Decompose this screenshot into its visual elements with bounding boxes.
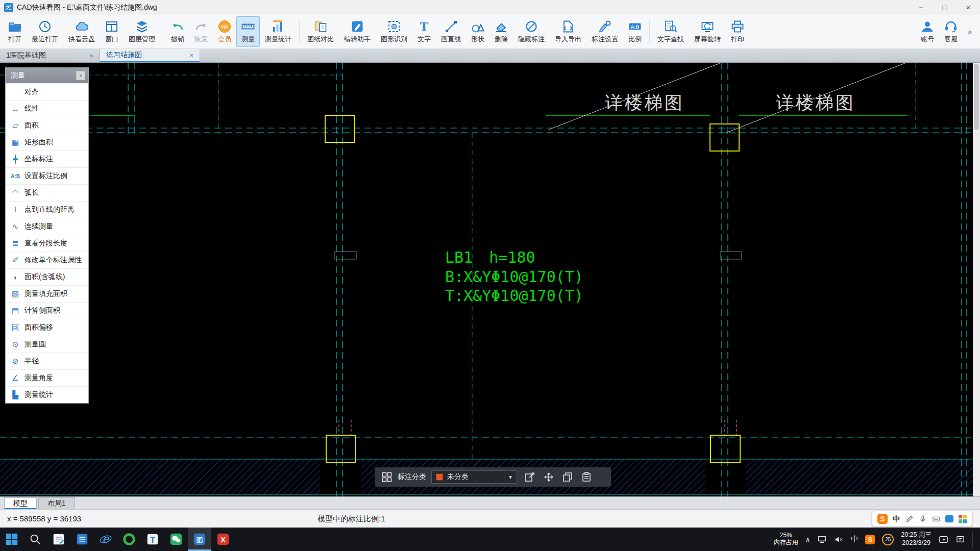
memory-usage-indicator[interactable]: 25% 内存占用 (774, 532, 798, 546)
measure-item-area-with-arc[interactable]: ◗面积(含弧线) (6, 268, 88, 285)
taskbar-app-blue[interactable] (70, 528, 94, 551)
toolbar-vip[interactable]: VIP 会员 (213, 16, 236, 47)
notification-icon[interactable] (955, 535, 965, 544)
toolbar-ratio[interactable]: A:B 比例 (623, 16, 647, 47)
paste-icon[interactable] (581, 471, 592, 483)
move-icon[interactable] (543, 471, 554, 483)
toolbar-shape[interactable]: 形状 (466, 16, 489, 47)
toolbar-hide-annotation[interactable]: 隐藏标注 (513, 16, 550, 47)
measure-item-fill-area[interactable]: ▨测量填充面积 (6, 285, 88, 302)
measure-item-linear[interactable]: ↔线性 (6, 100, 88, 117)
drawing-canvas[interactable]: LB1 h=180 B:X&YΦ10@170(T) T:X&YΦ10@170(T… (0, 63, 980, 496)
ime-toolbox-icon[interactable] (959, 515, 967, 523)
microphone-icon[interactable] (919, 515, 927, 523)
taskbar-app-wechat[interactable] (164, 528, 188, 551)
toolbar-undo[interactable]: 撤销 (166, 16, 189, 47)
measure-item-segment-length[interactable]: ≣查看分段长度 (6, 235, 88, 252)
sogou-logo-icon[interactable]: S (877, 514, 888, 524)
tray-language-indicator[interactable]: 中 (851, 535, 858, 544)
sheet-tab-model[interactable]: 模型 (4, 497, 37, 509)
toolbar-find-text[interactable]: 文字查找 (652, 16, 689, 47)
doc-tab-hospital[interactable]: 1医院基础图 × (0, 49, 100, 62)
keyboard-icon[interactable] (932, 515, 940, 523)
canvas-scrollbar[interactable] (973, 63, 980, 496)
toolbar-redo-label: 恢复 (194, 35, 208, 44)
toolbar-account[interactable]: 账号 (916, 16, 939, 47)
toolbar-service[interactable]: 客服 (939, 16, 963, 47)
toolbar-recent[interactable]: 最近打开 (27, 16, 63, 47)
toolbar-annotation-settings[interactable]: 标注设置 (586, 16, 623, 47)
toolbar-overflow-button[interactable]: » (963, 28, 977, 36)
measure-item-continuous[interactable]: ∿连续测量 (6, 218, 88, 235)
taskbar-app-ie[interactable]: e (94, 528, 117, 551)
toolbar-recognize[interactable]: 图形识别 (376, 16, 412, 47)
measure-item-point-to-line[interactable]: ⊥点到直线的距离 (6, 201, 88, 218)
ime-language-indicator[interactable]: 中 (893, 514, 900, 524)
ime-skin-icon[interactable] (945, 515, 953, 522)
doc-tab-practice[interactable]: 练习结施图 × (100, 49, 200, 62)
category-dropdown[interactable]: 未分类 ▼ (431, 470, 517, 484)
close-button[interactable]: × (957, 0, 980, 15)
taskbar-app-red-x[interactable]: X (211, 528, 235, 551)
maximize-button[interactable]: □ (933, 0, 957, 15)
measure-item-edit-annotation[interactable]: ✐修改单个标注属性 (6, 252, 88, 268)
chevron-down-icon[interactable]: ▼ (504, 471, 517, 483)
toolbar-measure-stats[interactable]: 测量统计 (260, 16, 297, 47)
cad-drawing[interactable]: LB1 h=180 B:X&YΦ10@170(T) T:X&YΦ10@170(T… (0, 63, 980, 496)
measure-item-area[interactable]: ▱面积 (6, 117, 88, 134)
copy-icon[interactable] (562, 471, 573, 483)
tab-close-icon[interactable]: × (189, 52, 193, 59)
toolbar-print[interactable]: 打印 (726, 16, 749, 47)
svg-text:T: T (420, 20, 429, 33)
show-desktop-divider[interactable] (972, 532, 973, 547)
toolbar-delete[interactable]: 删除 (489, 16, 513, 47)
toolbar-text[interactable]: T 文字 (412, 16, 436, 47)
tray-sogou-icon[interactable]: S (865, 535, 875, 544)
video-player-icon[interactable] (939, 535, 948, 544)
category-grid-icon[interactable] (381, 471, 393, 483)
panel-close-icon[interactable]: × (76, 71, 85, 80)
toolbar-edit-assistant[interactable]: 编辑助手 (339, 16, 376, 47)
toolbar-rotate-screen[interactable]: 屏幕旋转 (689, 16, 726, 47)
taskbar-app-notes[interactable] (47, 528, 70, 551)
measure-item-label: 对齐 (24, 87, 39, 96)
measure-item-statistics[interactable]: ▙测量统计 (6, 386, 88, 403)
measure-item-circle[interactable]: ⊙测量圆 (6, 336, 88, 353)
toolbar-layers[interactable]: 图层管理 (124, 16, 160, 47)
measure-item-coordinate[interactable]: ╋坐标标注 (6, 151, 88, 167)
measure-item-arc-length[interactable]: ◠弧长 (6, 184, 88, 201)
toolbar-window[interactable]: 窗口 (100, 16, 124, 47)
start-button[interactable] (0, 528, 23, 551)
coordinate-icon: ╋ (10, 155, 21, 164)
measure-item-side-area[interactable]: ▤计算侧面积 (6, 302, 88, 319)
tray-badge-25[interactable]: 25 (882, 534, 894, 545)
measure-item-align[interactable]: 对齐 (6, 83, 88, 100)
measure-item-scale-setting[interactable]: A:B设置标注比例 (6, 167, 88, 184)
scrollbar-thumb[interactable] (974, 64, 979, 130)
measure-item-radius[interactable]: ⊘半径 (6, 353, 88, 369)
toolbar-import-export[interactable]: 导入导出 (550, 16, 586, 47)
tray-chevron-up-icon[interactable]: ∧ (805, 536, 811, 543)
taskbar-app-cad-viewer[interactable]: 图 (188, 528, 211, 551)
minimize-button[interactable]: − (910, 0, 933, 15)
toolbar-cloud[interactable]: 快看云盘 (63, 16, 100, 47)
taskbar-clock[interactable]: 20:25 周三 2023/3/29 (901, 531, 932, 547)
tab-close-icon[interactable]: × (89, 52, 93, 60)
volume-muted-icon[interactable] (834, 535, 844, 544)
toolbar-open[interactable]: 打开 (3, 16, 27, 47)
network-icon[interactable] (817, 535, 827, 544)
measure-item-area-offset[interactable]: 回面积偏移 (6, 319, 88, 336)
taskbar-search-icon[interactable] (23, 528, 47, 551)
measure-item-angle[interactable]: ∠测量角度 (6, 369, 88, 386)
taskbar-app-360[interactable] (117, 528, 141, 551)
toolbar-compare[interactable]: 图纸对比 (302, 16, 339, 47)
toolbar-measure[interactable]: 测量 (236, 16, 260, 47)
pen-icon[interactable] (905, 515, 914, 523)
annotate-edit-icon[interactable] (524, 471, 535, 483)
taskbar-app-tdoc[interactable]: T (141, 528, 164, 551)
doc-tab-label: 1医院基础图 (6, 51, 46, 60)
sheet-tab-layout1[interactable]: 布局1 (38, 497, 75, 509)
toolbar-redo[interactable]: 恢复 (189, 16, 213, 47)
toolbar-draw-line[interactable]: 画直线 (436, 16, 466, 47)
measure-item-rect-area[interactable]: ▦矩形面积 (6, 134, 88, 151)
